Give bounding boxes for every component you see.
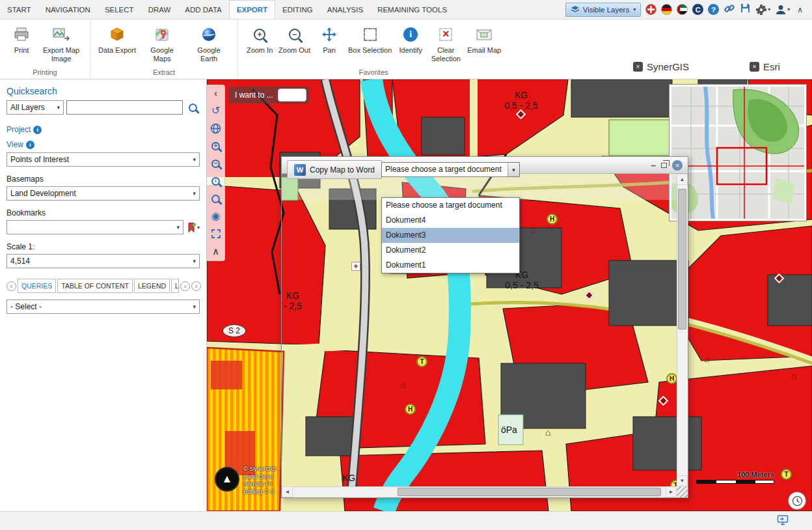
identify-button[interactable]: i Identify bbox=[394, 23, 427, 55]
user-menu-button[interactable]: ▾ bbox=[775, 4, 790, 15]
search-input[interactable] bbox=[66, 100, 183, 115]
view-select[interactable]: Points of Interest ▾ bbox=[7, 152, 200, 167]
minimize-button[interactable]: – bbox=[651, 162, 656, 169]
copy-map-to-word-button[interactable]: W Copy Map to Word bbox=[287, 160, 382, 179]
menu-tab-export[interactable]: EXPORT bbox=[229, 0, 275, 19]
tab-legend[interactable]: LEGEND bbox=[134, 279, 170, 293]
layer-filter-select[interactable]: All Layers ▾ bbox=[7, 100, 64, 115]
scroll-down-button[interactable]: ▼ bbox=[677, 475, 688, 486]
search-button[interactable] bbox=[185, 104, 200, 112]
export-map-image-button[interactable]: Export Map Image bbox=[38, 23, 85, 63]
horizontal-scrollbar[interactable]: ◄ ► bbox=[282, 486, 677, 497]
tab-table-of-content[interactable]: TABLE OF CONTENT bbox=[57, 279, 133, 293]
scroll-up-button[interactable]: ▲ bbox=[677, 174, 688, 185]
share-screen-button[interactable] bbox=[777, 514, 789, 528]
clear-selection-button[interactable]: × Clear Selection bbox=[427, 23, 465, 63]
globe-extent-icon[interactable] bbox=[210, 122, 223, 134]
vertical-scrollbar[interactable]: ▲ ▼ bbox=[677, 174, 688, 486]
visible-layers-button[interactable]: Visible Layers ▾ bbox=[565, 3, 641, 17]
scale-select[interactable]: 4,514 ▾ bbox=[7, 254, 200, 268]
dropdown-option-selected[interactable]: Dokument3 bbox=[382, 228, 519, 243]
link-icon[interactable] bbox=[724, 3, 735, 17]
flag-language-1-icon[interactable] bbox=[645, 4, 656, 15]
zoom-in-icon[interactable]: + bbox=[210, 140, 223, 152]
data-export-button[interactable]: Data Export bbox=[96, 23, 139, 55]
combobox-dropdown-button[interactable]: ▾ bbox=[508, 163, 519, 176]
target-document-value: Please choose a target document bbox=[382, 163, 508, 176]
view-label: View bbox=[7, 140, 23, 149]
target-document-combobox[interactable]: Please choose a target document ▾ bbox=[381, 162, 520, 177]
bookmark-select[interactable]: ▾ bbox=[7, 220, 183, 234]
museum-marker-icon[interactable]: ⌂ bbox=[791, 370, 796, 381]
close-icon: × bbox=[675, 161, 679, 169]
tabs-scroll-end-button[interactable]: › bbox=[191, 281, 201, 291]
dropdown-option[interactable]: Dokument4 bbox=[382, 213, 519, 228]
tabs-scroll-left-button[interactable]: ‹ bbox=[7, 281, 16, 291]
vertical-scroll-thumb[interactable] bbox=[678, 189, 686, 329]
center-map-icon[interactable]: ◉ bbox=[210, 210, 223, 222]
basemap-select[interactable]: Land Development ▾ bbox=[7, 186, 200, 201]
dropdown-option[interactable]: Dokument1 bbox=[382, 258, 519, 273]
help-icon[interactable]: ? bbox=[708, 4, 719, 15]
menu-tab-start[interactable]: START bbox=[0, 0, 38, 19]
query-select[interactable]: - Select - ▾ bbox=[7, 300, 200, 314]
zoom-previous-icon[interactable]: ‹ bbox=[210, 175, 223, 187]
box-selection-icon bbox=[364, 23, 377, 46]
google-maps-button[interactable]: Google Maps bbox=[139, 23, 185, 63]
preview-dialog: Preview – × W Copy Map to Word Please ch… bbox=[281, 156, 688, 498]
google-earth-button[interactable]: Google Earth bbox=[185, 23, 232, 63]
chevron-down-icon: ▾ bbox=[57, 104, 60, 111]
horizontal-scroll-thumb[interactable] bbox=[398, 488, 661, 496]
save-icon[interactable] bbox=[740, 3, 751, 16]
resize-grip[interactable] bbox=[677, 486, 688, 497]
settings-button[interactable]: ▾ bbox=[755, 4, 770, 16]
i-want-to-button[interactable]: I want to ... bbox=[229, 87, 309, 104]
dropdown-option[interactable]: Please choose a target document bbox=[382, 198, 519, 213]
scroll-left-button[interactable]: ◄ bbox=[282, 486, 293, 497]
email-map-button[interactable]: Email Map bbox=[465, 23, 504, 55]
overview-map[interactable] bbox=[669, 84, 807, 221]
menu-tab-select[interactable]: SELECT bbox=[98, 0, 141, 19]
north-compass-icon: ▲ bbox=[215, 467, 239, 492]
menu-tab-add-data[interactable]: ADD DATA bbox=[178, 0, 228, 19]
box-selection-button[interactable]: Box Selection bbox=[345, 23, 394, 55]
info-icon[interactable]: i bbox=[33, 126, 42, 134]
print-button[interactable]: Print bbox=[5, 23, 38, 55]
full-extent-icon[interactable] bbox=[210, 228, 223, 240]
collapse-sidebar-icon[interactable]: ‹ bbox=[210, 87, 223, 99]
info-icon[interactable]: i bbox=[26, 141, 34, 149]
museum-marker-icon[interactable]: ⌂ bbox=[704, 354, 709, 364]
tab-next-cut[interactable]: L bbox=[171, 279, 179, 293]
zoom-window-icon[interactable] bbox=[210, 193, 223, 204]
chevron-down-icon: ▾ bbox=[193, 156, 196, 163]
collapse-toolbar-icon[interactable]: ∧ bbox=[210, 245, 223, 257]
bookmarks-label: Bookmarks bbox=[7, 208, 200, 217]
restore-button[interactable] bbox=[661, 163, 667, 168]
ribbon-group-label: Printing bbox=[3, 68, 87, 79]
zoom-in-button[interactable]: + Zoom In bbox=[243, 23, 276, 55]
flag-language-3-icon[interactable] bbox=[677, 4, 688, 15]
zoom-out-button[interactable]: − Zoom Out bbox=[276, 23, 313, 55]
menu-tab-remaining-tools[interactable]: REMAINING TOOLS bbox=[370, 0, 454, 19]
menu-tab-editing[interactable]: EDITING bbox=[275, 0, 320, 19]
close-button[interactable]: × bbox=[672, 160, 683, 171]
tab-queries[interactable]: QUERIES bbox=[18, 279, 56, 293]
dropdown-option[interactable]: Dokument2 bbox=[382, 243, 519, 258]
pan-icon bbox=[321, 23, 337, 46]
transit-marker[interactable]: T bbox=[781, 469, 792, 480]
globe-info-icon[interactable]: C bbox=[692, 4, 703, 15]
rotate-map-icon[interactable]: ↺ bbox=[210, 105, 223, 117]
menu-tab-analysis[interactable]: ANALYSIS bbox=[320, 0, 370, 19]
add-bookmark-button[interactable]: ▾ bbox=[186, 222, 200, 233]
i-want-to-value-box[interactable] bbox=[278, 89, 306, 102]
pan-button[interactable]: Pan bbox=[313, 23, 345, 55]
collapse-ribbon-icon[interactable]: ∧ bbox=[794, 5, 805, 14]
scroll-right-button[interactable]: ► bbox=[666, 486, 677, 497]
menu-tab-draw[interactable]: DRAW bbox=[141, 0, 178, 19]
clock-icon bbox=[792, 495, 803, 507]
flag-language-2-icon[interactable] bbox=[661, 4, 672, 15]
history-clock-button[interactable] bbox=[788, 492, 806, 510]
tabs-scroll-right-button[interactable]: › bbox=[180, 281, 190, 291]
menu-tab-navigation[interactable]: NAVIGATION bbox=[38, 0, 98, 19]
zoom-out-icon[interactable]: − bbox=[210, 158, 223, 169]
